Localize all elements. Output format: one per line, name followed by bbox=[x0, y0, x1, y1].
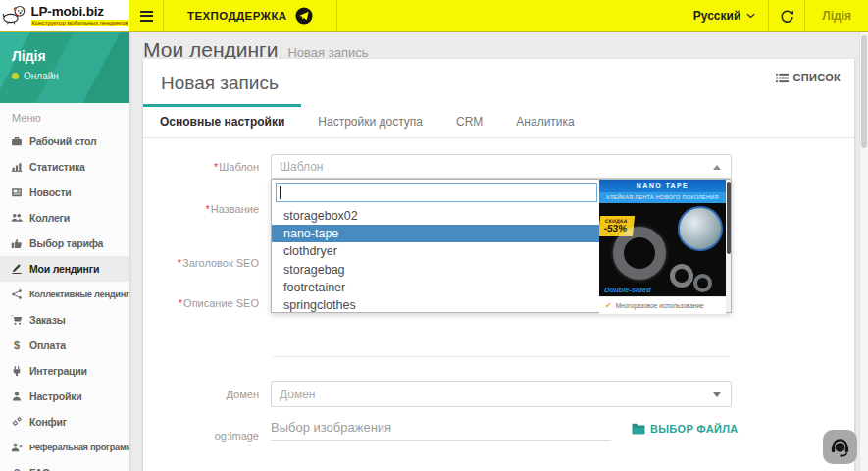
plug-icon bbox=[10, 364, 24, 378]
support-chat-widget[interactable] bbox=[823, 430, 857, 464]
telegram-icon bbox=[295, 7, 313, 25]
topbar-username[interactable]: Лідія bbox=[805, 0, 868, 31]
seo-title-field-label: *Заголовок SEO bbox=[143, 257, 259, 269]
list-view-button[interactable]: СПИСОК bbox=[776, 72, 842, 83]
dropdown-search-input[interactable] bbox=[276, 183, 597, 202]
text-caret bbox=[280, 186, 281, 199]
refresh-icon[interactable] bbox=[768, 0, 805, 31]
logo-tagline: Конструктор мобильных лендингов bbox=[31, 20, 129, 26]
sidebar-item-news[interactable]: Новости bbox=[0, 180, 129, 205]
tab-analytics[interactable]: Аналитика bbox=[499, 104, 590, 137]
logo-title: LP-mobi.biz bbox=[31, 5, 129, 19]
content-card: Новая запись СПИСОК Основные настройки Н… bbox=[143, 59, 854, 471]
check-icon: ✔ bbox=[605, 301, 612, 310]
cart-icon bbox=[10, 313, 24, 327]
sidebar-item-desktop[interactable]: Рабочий стол bbox=[0, 129, 129, 154]
pencil-icon bbox=[10, 262, 24, 276]
tab-access-settings[interactable]: Настройки доступа bbox=[301, 104, 439, 137]
share-icon bbox=[10, 288, 24, 301]
sidebar-item-config[interactable]: Конфиг bbox=[0, 409, 129, 435]
profile-block: Лідія Онлайн bbox=[0, 32, 129, 103]
dog-logo-icon bbox=[1, 3, 27, 28]
preview-feature: Многоразовое использование bbox=[616, 302, 704, 309]
name-field-label: *Название bbox=[143, 203, 259, 215]
tape-roll-large bbox=[613, 227, 666, 280]
preview-title: NANO TAPE bbox=[599, 180, 726, 192]
online-status-label: Онлайн bbox=[24, 71, 59, 81]
preview-subtitle: КЛЕЙКАЯ ЛЕНТА НОВОГО ПОКОЛЕНИЯ bbox=[599, 192, 726, 203]
logo[interactable]: LP-mobi.biz Конструктор мобильных лендин… bbox=[0, 0, 129, 31]
topbar: LP-mobi.biz Конструктор мобильных лендин… bbox=[0, 0, 868, 32]
headset-icon bbox=[829, 436, 851, 458]
dropdown-option[interactable]: springclothes bbox=[272, 296, 601, 314]
sidebar-item-referral[interactable]: Реферальная программа bbox=[0, 435, 129, 460]
sidebar-item-faq[interactable]: ? FAQ bbox=[0, 460, 129, 471]
tab-crm[interactable]: CRM bbox=[439, 104, 499, 137]
preview-inset-photo bbox=[678, 206, 723, 251]
dollar-icon: $ bbox=[10, 339, 24, 352]
language-label: Русский bbox=[693, 9, 741, 23]
online-status-dot bbox=[12, 73, 19, 79]
sidebar-item-orders[interactable]: Заказы bbox=[0, 307, 129, 333]
list-icon bbox=[776, 73, 789, 83]
sidebar-menu: Рабочий стол Статистика Новости Коллеги … bbox=[0, 129, 129, 471]
dropdown-option[interactable]: footretainer bbox=[272, 279, 601, 296]
chevron-down-icon bbox=[746, 13, 755, 19]
dropdown-option[interactable]: storagebox02 bbox=[272, 207, 601, 225]
sidebar-item-colleagues[interactable]: Коллеги bbox=[0, 205, 129, 231]
sidebar-item-collective-landings[interactable]: Коллективные лендинги bbox=[0, 282, 129, 307]
support-label: ТЕХПОДДЕРЖКА bbox=[187, 10, 287, 22]
news-icon bbox=[10, 185, 24, 199]
users-icon bbox=[10, 211, 24, 225]
user-plus-icon bbox=[10, 441, 24, 454]
dropdown-option[interactable]: clothdryer bbox=[272, 242, 601, 260]
hamburger-icon[interactable] bbox=[129, 0, 164, 31]
sidebar-item-settings[interactable]: Настройки bbox=[0, 384, 129, 409]
profile-name: Лідія bbox=[12, 48, 118, 64]
select-arrow-up-icon bbox=[713, 165, 721, 170]
gears-icon bbox=[10, 415, 24, 429]
tab-main-settings[interactable]: Основные настройки bbox=[143, 104, 301, 137]
user-icon bbox=[10, 390, 24, 403]
question-icon: ? bbox=[10, 466, 24, 471]
sidebar-item-statistics[interactable]: Статистика bbox=[0, 154, 129, 180]
bar-chart-icon bbox=[10, 160, 24, 174]
folder-icon bbox=[632, 423, 645, 435]
dropdown-option-list: storagebox02 nano-tape clothdryer storag… bbox=[272, 207, 601, 312]
domain-select[interactable]: Домен bbox=[271, 381, 732, 407]
og-image-input[interactable] bbox=[271, 415, 611, 441]
dropdown-option[interactable]: storagebag bbox=[272, 261, 601, 279]
tape-roll-small bbox=[693, 274, 712, 292]
seo-description-field-label: *Описание SEO bbox=[143, 297, 259, 309]
domain-field-label: Домен bbox=[143, 389, 259, 400]
briefcase-icon bbox=[10, 134, 24, 148]
template-field-label: *Шаблон bbox=[143, 161, 259, 173]
sidebar: Лідія Онлайн Меню Рабочий стол Статистик… bbox=[0, 32, 129, 471]
sidebar-item-my-landings[interactable]: Мои лендинги bbox=[0, 256, 129, 282]
dropdown-option-highlighted[interactable]: nano-tape bbox=[272, 225, 601, 242]
sidebar-item-integrations[interactable]: Интеграции bbox=[0, 358, 129, 384]
template-dropdown: storagebox02 nano-tape clothdryer storag… bbox=[271, 179, 732, 313]
card-title: Новая запись bbox=[161, 73, 279, 94]
og-image-field-label: og:image bbox=[143, 430, 259, 442]
choose-file-button[interactable]: ВЫБОР ФАЙЛА bbox=[632, 423, 739, 435]
dropdown-scrollbar[interactable] bbox=[726, 180, 731, 312]
select-arrow-down-icon bbox=[713, 392, 721, 397]
page-scrollbar-thumb[interactable] bbox=[861, 35, 867, 148]
sidebar-item-payment[interactable]: $ Оплата bbox=[0, 333, 129, 358]
support-button[interactable]: ТЕХПОДДЕРЖКА bbox=[164, 0, 337, 31]
breadcrumb: Новая запись bbox=[287, 45, 368, 60]
tape-roll-small bbox=[670, 264, 693, 288]
thumb-up-icon bbox=[10, 236, 24, 250]
menu-section-label: Меню bbox=[0, 103, 129, 127]
seo-description-underline bbox=[273, 356, 730, 357]
page-scrollbar[interactable] bbox=[859, 32, 868, 471]
preview-caption: Double-sided bbox=[604, 286, 651, 294]
template-preview-image: NANO TAPE КЛЕЙКАЯ ЛЕНТА НОВОГО ПОКОЛЕНИЯ… bbox=[599, 180, 726, 314]
language-selector[interactable]: Русский bbox=[681, 0, 769, 31]
template-select[interactable]: Шаблон bbox=[271, 154, 732, 179]
tab-bar: Основные настройки Настройки доступа CRM… bbox=[143, 104, 854, 138]
sidebar-item-tariff[interactable]: Выбор тарифа bbox=[0, 231, 129, 256]
